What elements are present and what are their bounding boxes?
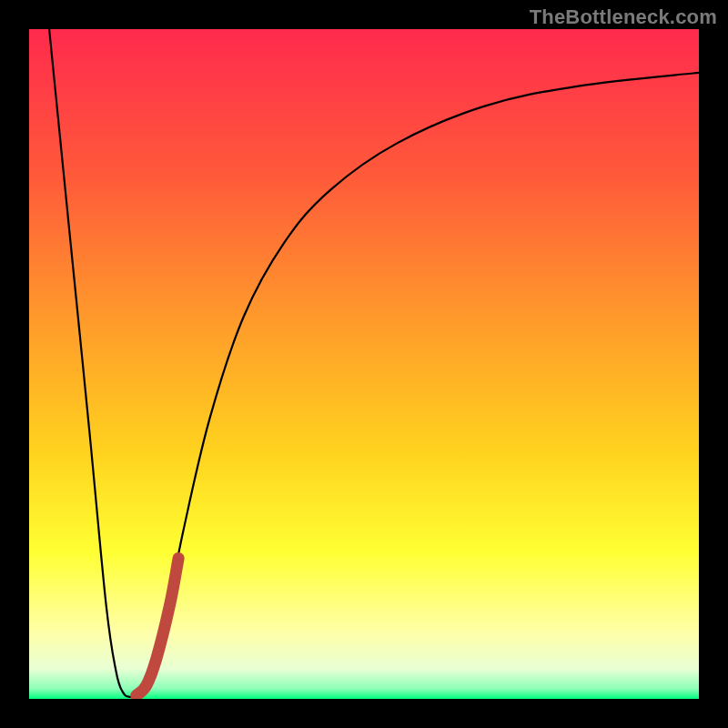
chart-frame: TheBottleneck.com [0, 0, 728, 728]
watermark-text: TheBottleneck.com [530, 5, 717, 29]
plot-area [29, 29, 699, 699]
gradient-background [29, 29, 699, 699]
chart-canvas [29, 29, 699, 699]
